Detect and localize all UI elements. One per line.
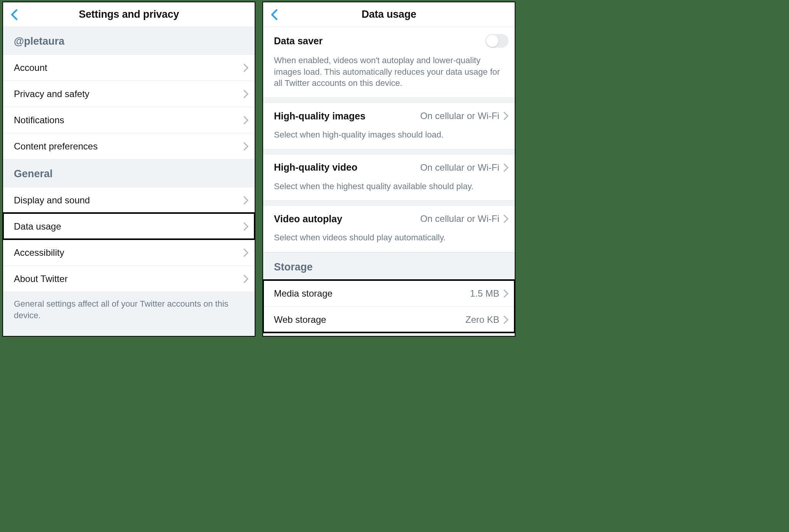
hq-video-hint: Select when the highest quality availabl… xyxy=(263,181,515,195)
hq-images-block: High-quality images On cellular or Wi-Fi… xyxy=(263,102,515,149)
toggle-knob xyxy=(486,35,499,47)
chevron-right-icon xyxy=(243,222,248,231)
row-label: Content preferences xyxy=(14,141,243,152)
row-label: Privacy and safety xyxy=(14,89,243,99)
back-button[interactable] xyxy=(270,8,279,21)
chevron-right-icon xyxy=(503,289,509,298)
hq-images-hint: Select when high-quality images should l… xyxy=(263,129,515,144)
row-about-twitter[interactable]: About Twitter xyxy=(3,265,255,292)
general-group: Display and sound Data usage Accessibili… xyxy=(3,187,255,292)
row-video-autoplay[interactable]: Video autoplay On cellular or Wi-Fi xyxy=(263,206,515,232)
chevron-right-icon xyxy=(503,163,509,172)
data-saver-toggle[interactable] xyxy=(485,34,509,48)
row-value: 1.5 MB xyxy=(470,288,499,299)
chevron-right-icon xyxy=(243,196,248,205)
row-notifications[interactable]: Notifications xyxy=(3,107,255,133)
row-hq-images[interactable]: High-quality images On cellular or Wi-Fi xyxy=(263,103,515,129)
row-value: On cellular or Wi-Fi xyxy=(420,111,499,121)
storage-header: Storage xyxy=(263,252,515,280)
row-label: High-quality images xyxy=(274,111,420,122)
row-account[interactable]: Account xyxy=(3,54,255,81)
chevron-right-icon xyxy=(503,315,509,324)
chevron-left-icon xyxy=(270,8,279,21)
row-label: Video autoplay xyxy=(274,213,420,225)
chevron-right-icon xyxy=(503,111,509,121)
chevron-right-icon xyxy=(243,116,248,125)
page-title: Settings and privacy xyxy=(3,8,255,20)
row-media-storage[interactable]: Media storage 1.5 MB xyxy=(263,280,515,306)
row-value: On cellular or Wi-Fi xyxy=(420,162,499,173)
page-title: Data usage xyxy=(263,8,515,20)
general-header: General xyxy=(3,159,255,187)
row-label: Media storage xyxy=(274,288,470,299)
row-label: About Twitter xyxy=(14,274,243,284)
autoplay-block: Video autoplay On cellular or Wi-Fi Sele… xyxy=(263,205,515,252)
chevron-right-icon xyxy=(243,89,248,99)
chevron-right-icon xyxy=(503,214,509,223)
row-value: Zero KB xyxy=(465,314,499,325)
row-label: Accessibility xyxy=(14,247,243,258)
row-value: On cellular or Wi-Fi xyxy=(420,213,499,224)
chevron-right-icon xyxy=(243,63,248,72)
row-privacy-safety[interactable]: Privacy and safety xyxy=(3,81,255,107)
chevron-right-icon xyxy=(243,248,248,257)
storage-group: Media storage 1.5 MB Web storage Zero KB xyxy=(263,280,515,332)
chevron-left-icon xyxy=(10,8,19,21)
navbar: Data usage xyxy=(263,2,515,27)
row-data-usage[interactable]: Data usage xyxy=(3,213,255,239)
row-label: Data saver xyxy=(274,35,485,47)
user-handle-header: @pletaura xyxy=(3,27,255,54)
row-content-preferences[interactable]: Content preferences xyxy=(3,133,255,159)
data-saver-hint: When enabled, videos won't autoplay and … xyxy=(263,55,515,92)
chevron-right-icon xyxy=(243,142,248,151)
navbar: Settings and privacy xyxy=(3,2,255,27)
row-label: Data usage xyxy=(14,221,243,232)
row-hq-video[interactable]: High-quality video On cellular or Wi-Fi xyxy=(263,154,515,181)
row-label: Notifications xyxy=(14,115,243,126)
row-web-storage[interactable]: Web storage Zero KB xyxy=(263,306,515,332)
row-data-saver[interactable]: Data saver xyxy=(263,27,515,55)
account-group: Account Privacy and safety Notifications… xyxy=(3,54,255,159)
data-saver-block: Data saver When enabled, videos won't au… xyxy=(263,27,515,98)
screen-data-usage: Data usage Data saver When enabled, vide… xyxy=(262,2,515,337)
row-accessibility[interactable]: Accessibility xyxy=(3,239,255,265)
row-label: Account xyxy=(14,62,243,73)
general-footer-hint: General settings affect all of your Twit… xyxy=(3,292,255,329)
row-label: Display and sound xyxy=(14,195,243,206)
screen-settings: Settings and privacy @pletaura Account P… xyxy=(2,2,255,337)
chevron-right-icon xyxy=(243,274,248,284)
row-display-sound[interactable]: Display and sound xyxy=(3,187,255,213)
row-label: Web storage xyxy=(274,314,465,325)
row-label: High-quality video xyxy=(274,162,420,173)
back-button[interactable] xyxy=(10,8,19,21)
hq-video-block: High-quality video On cellular or Wi-Fi … xyxy=(263,154,515,201)
autoplay-hint: Select when videos should play automatic… xyxy=(263,232,515,247)
